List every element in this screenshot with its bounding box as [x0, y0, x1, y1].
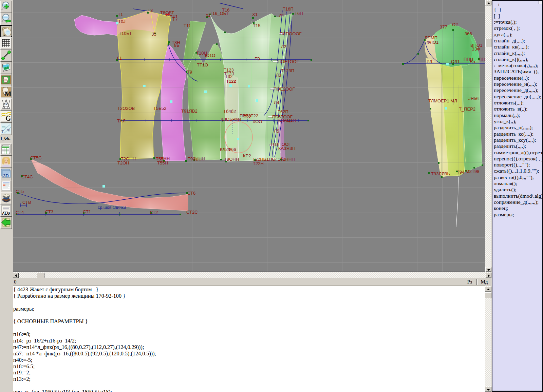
svg-text:366: 366	[465, 31, 472, 36]
svg-text:Л2: Л2	[281, 44, 286, 49]
svg-text:Л5: Л5	[274, 129, 279, 134]
svg-text:СТВ: СТВ	[22, 200, 31, 205]
svg-text:ПЛПОООГ: ПЛПОООГ	[280, 31, 302, 36]
svg-text:Т11: Т11	[184, 23, 191, 28]
svg-text:7: 7	[1, 130, 4, 134]
svg-text:Т0Ј: Т0Ј	[118, 19, 126, 24]
svg-text:СТ3: СТ3	[45, 209, 53, 214]
svg-text:Т94: Т94	[457, 170, 464, 175]
svg-text:Т123П: Т123П	[281, 68, 294, 73]
svg-text:КАЗЯЗП: КАЗЯЗП	[278, 146, 295, 151]
svg-text:Т62П: Т62П	[278, 109, 288, 114]
svg-text:8Ь: 8Ь	[174, 43, 180, 48]
svg-text:Т22Н: Т22Н	[253, 161, 264, 166]
svg-text:Т_ПЕР2: Т_ПЕР2	[459, 106, 475, 112]
svg-text:Т15: Т15	[253, 23, 260, 28]
svg-text:Т91ЯВ2: Т91ЯВ2	[181, 109, 198, 114]
svg-text:Т22: Т22	[244, 114, 251, 119]
svg-text:СТ4С: СТ4С	[21, 174, 33, 179]
svg-text:Т55НН: Т55НН	[156, 156, 170, 161]
svg-text:ТТ1О: ТТ1О	[197, 62, 208, 67]
svg-text:ГО: ГО	[255, 56, 260, 61]
svg-text:СТ4: СТ4	[16, 210, 24, 215]
svg-text:СТ5С: СТ5С	[30, 155, 42, 160]
svg-text:Х1: Х1	[252, 12, 258, 17]
svg-text:Т7: Т7	[172, 17, 177, 22]
svg-text:ПОЕТООГ: ПОЕТООГ	[278, 59, 299, 64]
svg-text:ОЛ1: ОЛ1	[451, 59, 460, 64]
svg-text:Т16: Т16	[222, 7, 229, 13]
svg-text:Ј5: Ј5	[152, 32, 156, 37]
svg-text:ср.шов спинки: ср.шов спинки	[98, 205, 126, 210]
svg-text:Т16П: Т16П	[283, 6, 294, 12]
svg-text:Т5Б52: Т5Б52	[153, 106, 166, 111]
svg-text:Тб4б2: Тб4б2	[223, 109, 236, 114]
svg-text:Т93ЛЯ9Ь: Т93ЛЯ9Ь	[431, 171, 450, 176]
svg-text:М2Т98: М2Т98	[466, 169, 479, 174]
svg-text:СТ1: СТ1	[83, 209, 91, 214]
svg-text:ПБ1ПОГ1б2ННП: ПБ1ПОГ1б2ННП	[260, 157, 295, 162]
svg-text:СТ2: СТ2	[150, 210, 158, 215]
svg-text:Т32: Т32	[225, 74, 232, 79]
svg-text:G: G	[5, 114, 11, 122]
svg-text:ПОЕ2ООГ: ПОЕ2ООГ	[274, 86, 295, 92]
svg-text:Т2ОН: Т2ОН	[117, 160, 129, 165]
svg-text:Вп: Вп	[470, 59, 475, 64]
svg-text:Г1: Г1	[117, 56, 122, 61]
svg-text:КР2: КР2	[243, 153, 251, 158]
svg-text:Т2О2ОВ: Т2О2ОВ	[117, 106, 135, 111]
svg-text:О2: О2	[452, 22, 458, 27]
svg-text:КЯАЦ1П: КЯАЦ1П	[278, 118, 296, 123]
svg-text:ННН: ННН	[194, 157, 204, 162]
svg-text:Т122: Т122	[226, 79, 236, 84]
svg-text:ТАЛ: ТАЛ	[117, 118, 126, 123]
svg-text:ТЛМОЕР1 МЛ: ТЛМОЕР1 МЛ	[428, 98, 457, 103]
svg-text:Ю1О: Ю1О	[205, 53, 215, 58]
svg-text:ALG: ALG	[2, 211, 10, 215]
svg-text:Т8ОНН: Т8ОНН	[224, 157, 239, 162]
svg-text:Т9: Т9	[187, 70, 192, 75]
svg-text:ХОО: ХОО	[252, 119, 262, 124]
svg-text:СТ6: СТ6	[187, 191, 195, 196]
svg-text:А: А	[5, 102, 7, 105]
svg-text:Л4: Л4	[274, 100, 279, 105]
svg-text:Л3: Л3	[276, 73, 281, 78]
svg-text:Т1: Т1	[118, 12, 123, 17]
svg-text:ПП: ПП	[479, 57, 485, 62]
svg-text:3D: 3D	[3, 173, 9, 178]
svg-text:Т6П: Т6П	[295, 11, 303, 16]
svg-text:M: M	[4, 90, 12, 97]
svg-text:ФЛО1: ФЛО1	[427, 40, 438, 45]
svg-text:377: 377	[440, 24, 447, 30]
svg-text:ЈЯ56: ЈЯ56	[468, 96, 479, 101]
svg-text:СТ5: СТ5	[16, 189, 24, 194]
svg-text:ЗЗФ: ЗЗФ	[472, 46, 481, 52]
svg-text:КЛ2Ф66: КЛ2Ф66	[220, 147, 236, 152]
svg-text:КЛОБРМ4: КЛОБРМ4	[221, 117, 241, 122]
svg-text:Л1: Л1	[279, 13, 284, 18]
svg-text:Т10БТ: Т10БТ	[119, 31, 132, 36]
svg-text:СТ2С: СТ2С	[186, 210, 198, 215]
svg-text:РЛ: РЛ	[427, 59, 432, 64]
svg-text:Т3: Т3	[148, 8, 153, 13]
